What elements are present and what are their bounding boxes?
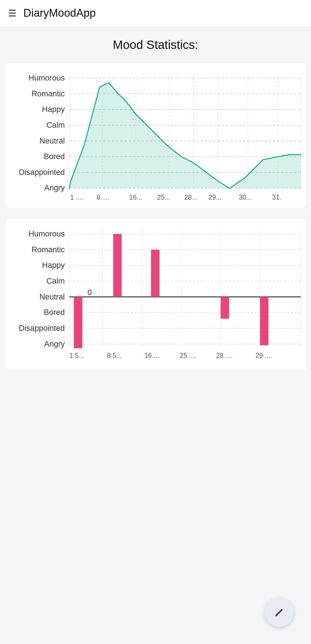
x2-label-3: 16.... — [144, 352, 159, 360]
y-label-bored: Bored — [44, 152, 65, 161]
fab-edit-button[interactable] — [265, 598, 294, 627]
app-header: ☰ DiaryMoodApp — [0, 0, 311, 26]
area-chart-container: Humorous Romantic Happy Calm Neutral Bor… — [6, 63, 305, 208]
bar-5 — [260, 297, 268, 345]
area-chart: Humorous Romantic Happy Calm Neutral Bor… — [6, 69, 302, 202]
y-label-humorous: Humorous — [29, 73, 65, 82]
y2-label-disappointed: Disappointed — [19, 324, 65, 332]
x-label-2: 8 .... — [96, 194, 109, 201]
x2-label-1: 1.5... — [69, 352, 84, 360]
y2-label-bored: Bored — [44, 308, 65, 317]
y2-label-humorous: Humorous — [29, 229, 65, 238]
y-label-angry: Angry — [44, 183, 65, 192]
y2-label-happy: Happy — [42, 261, 65, 270]
zero-label: 0 — [88, 288, 92, 297]
x-label-4: 25... — [157, 194, 170, 201]
page-content: Mood Statistics: Humorous Romantic Happy… — [0, 26, 311, 393]
y2-label-angry: Angry — [44, 339, 65, 348]
y-label-calm: Calm — [46, 121, 65, 129]
y2-label-romantic: Romantic — [32, 245, 65, 254]
y-label-neutral: Neutral — [39, 136, 65, 145]
y-label-happy: Happy — [42, 105, 65, 114]
bar-chart: Humorous Romantic Happy Calm Neutral Bor… — [6, 225, 302, 364]
x-label-5: 28... — [184, 194, 197, 201]
bar-4 — [221, 297, 229, 319]
x2-label-5: 28 .... — [216, 352, 233, 360]
app-title: DiaryMoodApp — [23, 7, 96, 19]
y2-label-calm: Calm — [46, 276, 65, 285]
x2-label-2: 8.5... — [107, 352, 122, 360]
bar-1 — [74, 297, 82, 349]
menu-icon[interactable]: ☰ — [8, 8, 16, 19]
y-label-romantic: Romantic — [32, 89, 65, 98]
x-label-8: 31. — [272, 194, 281, 201]
x-label-1: 1 .... — [70, 194, 83, 201]
x2-label-6: 29 .... — [255, 352, 272, 360]
pencil-icon — [273, 606, 286, 619]
x-label-6: 29... — [208, 194, 221, 201]
x-label-7: 30... — [239, 194, 252, 201]
bar-chart-container: Humorous Romantic Happy Calm Neutral Bor… — [6, 219, 305, 370]
bar-2 — [113, 234, 122, 297]
bar-3 — [151, 250, 159, 297]
x-label-3: 16... — [129, 194, 142, 201]
y-label-disappointed: Disappointed — [19, 168, 65, 177]
y2-label-neutral: Neutral — [39, 292, 65, 301]
x2-label-4: 25 .... — [180, 352, 196, 360]
area-fill — [69, 83, 301, 188]
page-title: Mood Statistics: — [6, 38, 305, 52]
